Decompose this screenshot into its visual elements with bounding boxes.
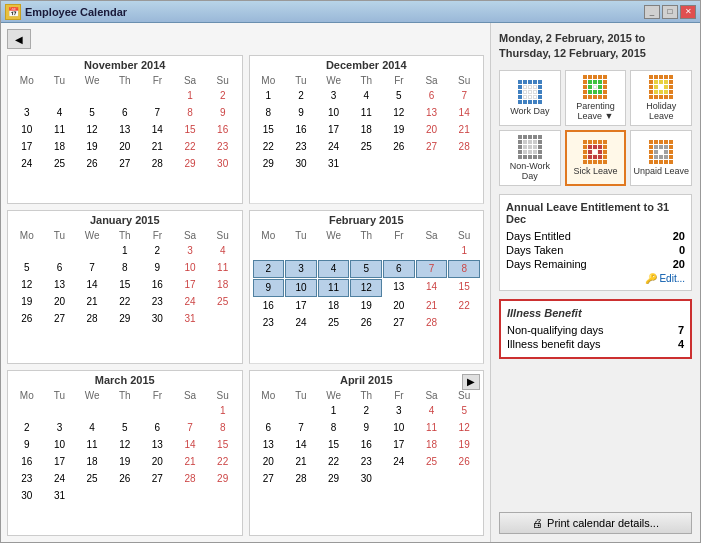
cal-day[interactable]: 6: [253, 420, 285, 436]
cal-day[interactable]: 20: [383, 298, 415, 314]
cal-day[interactable]: 21: [416, 298, 448, 314]
cal-day[interactable]: 8: [318, 420, 350, 436]
cal-day[interactable]: 7: [416, 260, 448, 278]
cal-day[interactable]: 8: [253, 105, 285, 121]
cal-day[interactable]: 26: [383, 139, 415, 155]
cal-day[interactable]: 15: [318, 437, 350, 453]
cal-day[interactable]: 15: [253, 122, 285, 138]
cal-day[interactable]: 13: [253, 437, 285, 453]
parenting-leave-button[interactable]: Parenting Leave ▼: [565, 70, 627, 126]
cal-day[interactable]: 8: [207, 420, 239, 436]
cal-day[interactable]: 16: [11, 454, 43, 470]
cal-day[interactable]: 7: [76, 260, 108, 276]
cal-day[interactable]: 8: [448, 260, 480, 278]
cal-day[interactable]: 9: [11, 437, 43, 453]
work-day-button[interactable]: Work Day: [499, 70, 561, 126]
cal-day[interactable]: 16: [142, 277, 174, 293]
cal-day[interactable]: 15: [207, 437, 239, 453]
cal-day[interactable]: 30: [350, 471, 382, 487]
cal-day[interactable]: 10: [318, 105, 350, 121]
cal-day[interactable]: 29: [318, 471, 350, 487]
cal-day[interactable]: 11: [350, 105, 382, 121]
cal-day[interactable]: 24: [174, 294, 206, 310]
cal-day[interactable]: 12: [383, 105, 415, 121]
cal-day[interactable]: 22: [253, 139, 285, 155]
cal-day[interactable]: 10: [174, 260, 206, 276]
cal-day[interactable]: 7: [448, 88, 480, 104]
cal-day[interactable]: 8: [174, 105, 206, 121]
cal-day[interactable]: 25: [76, 471, 108, 487]
cal-day[interactable]: 21: [142, 139, 174, 155]
cal-day[interactable]: 1: [207, 403, 239, 419]
cal-day[interactable]: 12: [11, 277, 43, 293]
cal-day[interactable]: 5: [76, 105, 108, 121]
cal-day[interactable]: 16: [350, 437, 382, 453]
cal-day[interactable]: 12: [448, 420, 480, 436]
cal-day[interactable]: 25: [207, 294, 239, 310]
cal-day[interactable]: 24: [383, 454, 415, 470]
print-button[interactable]: 🖨 Print calendar details...: [499, 512, 692, 534]
cal-day[interactable]: 2: [253, 260, 285, 278]
cal-day[interactable]: 1: [318, 403, 350, 419]
cal-day[interactable]: 13: [109, 122, 141, 138]
cal-day[interactable]: 11: [76, 437, 108, 453]
non-work-day-button[interactable]: Non-Work Day: [499, 130, 561, 186]
cal-day[interactable]: 15: [109, 277, 141, 293]
cal-day[interactable]: 9: [142, 260, 174, 276]
cal-day[interactable]: 31: [318, 156, 350, 172]
cal-day[interactable]: 26: [350, 315, 382, 331]
cal-day[interactable]: 13: [416, 105, 448, 121]
cal-day[interactable]: 17: [174, 277, 206, 293]
cal-day[interactable]: 12: [350, 279, 382, 297]
cal-day[interactable]: 20: [416, 122, 448, 138]
cal-day[interactable]: 8: [109, 260, 141, 276]
cal-day[interactable]: 6: [416, 88, 448, 104]
cal-day[interactable]: 6: [44, 260, 76, 276]
cal-day[interactable]: 11: [416, 420, 448, 436]
cal-day[interactable]: 25: [318, 315, 350, 331]
cal-day[interactable]: 20: [109, 139, 141, 155]
cal-day[interactable]: 25: [416, 454, 448, 470]
cal-day[interactable]: 26: [11, 311, 43, 327]
cal-day[interactable]: 3: [44, 420, 76, 436]
cal-day[interactable]: 24: [318, 139, 350, 155]
cal-day[interactable]: 21: [76, 294, 108, 310]
cal-day[interactable]: 1: [448, 243, 480, 259]
cal-day[interactable]: 22: [109, 294, 141, 310]
edit-button[interactable]: 🔑 Edit...: [645, 273, 685, 284]
cal-day[interactable]: 22: [207, 454, 239, 470]
holiday-leave-button[interactable]: Holiday Leave: [630, 70, 692, 126]
cal-day[interactable]: 5: [448, 403, 480, 419]
cal-day[interactable]: 22: [174, 139, 206, 155]
cal-day[interactable]: 9: [253, 279, 285, 297]
cal-day[interactable]: 20: [253, 454, 285, 470]
cal-day[interactable]: 18: [350, 122, 382, 138]
cal-day[interactable]: 5: [109, 420, 141, 436]
forward-nav-button[interactable]: ▶: [462, 374, 480, 390]
cal-day[interactable]: 27: [44, 311, 76, 327]
cal-day[interactable]: 5: [383, 88, 415, 104]
cal-day[interactable]: 2: [285, 88, 317, 104]
cal-day[interactable]: 31: [44, 488, 76, 504]
cal-day[interactable]: 23: [285, 139, 317, 155]
cal-day[interactable]: 4: [44, 105, 76, 121]
cal-day[interactable]: 10: [11, 122, 43, 138]
cal-day[interactable]: 24: [285, 315, 317, 331]
cal-day[interactable]: 7: [285, 420, 317, 436]
cal-day[interactable]: 6: [383, 260, 415, 278]
cal-day[interactable]: 28: [285, 471, 317, 487]
cal-day[interactable]: 19: [11, 294, 43, 310]
cal-day[interactable]: 13: [383, 279, 415, 297]
cal-day[interactable]: 20: [44, 294, 76, 310]
cal-day[interactable]: 24: [11, 156, 43, 172]
cal-day[interactable]: 19: [350, 298, 382, 314]
cal-day[interactable]: 20: [142, 454, 174, 470]
cal-day[interactable]: 28: [416, 315, 448, 331]
cal-day[interactable]: 3: [318, 88, 350, 104]
cal-day[interactable]: 26: [76, 156, 108, 172]
cal-day[interactable]: 2: [142, 243, 174, 259]
cal-day[interactable]: 31: [174, 311, 206, 327]
cal-day[interactable]: 18: [416, 437, 448, 453]
cal-day[interactable]: 16: [207, 122, 239, 138]
cal-day[interactable]: 21: [285, 454, 317, 470]
